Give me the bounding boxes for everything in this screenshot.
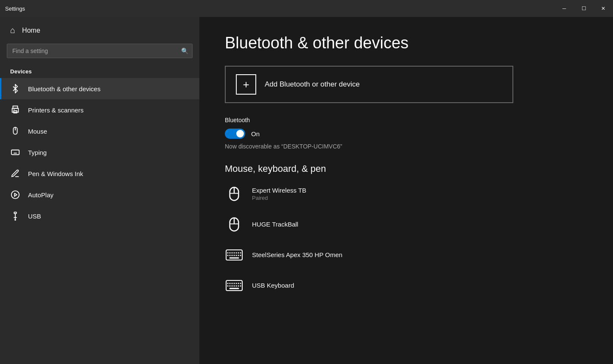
svg-point-16 xyxy=(15,219,16,220)
autoplay-icon xyxy=(10,190,20,199)
device-item-1[interactable]: HUGE TrackBall xyxy=(225,215,588,234)
bluetooth-toggle-row: On xyxy=(225,129,588,139)
sidebar-item-printers[interactable]: Printers & scanners xyxy=(0,99,199,120)
keyboard-icon xyxy=(10,148,20,157)
discoverable-text: Now discoverable as “DESKTOP-UCIMVC6” xyxy=(225,143,588,150)
search-box: 🔍 xyxy=(7,44,193,58)
mouse-device-icon-1 xyxy=(225,215,244,234)
bluetooth-icon xyxy=(10,84,20,93)
usb-icon xyxy=(10,211,20,221)
toggle-knob xyxy=(236,130,244,137)
sidebar-item-label-usb: USB xyxy=(28,213,41,220)
sidebar: ⌂ Home 🔍 Devices Bluetooth & other devic… xyxy=(0,17,199,364)
sidebar-item-autoplay[interactable]: AutoPlay xyxy=(0,184,199,205)
sidebar-item-label-pen: Pen & Windows Ink xyxy=(28,170,83,177)
titlebar: Settings ─ ☐ ✕ xyxy=(0,0,613,17)
window-title: Settings xyxy=(5,6,25,12)
home-icon: ⌂ xyxy=(10,25,15,35)
bluetooth-section-label: Bluetooth xyxy=(225,117,588,123)
device-info-0: Expert Wireless TB Paired xyxy=(252,187,306,201)
sidebar-item-pen[interactable]: Pen & Windows Ink xyxy=(0,163,199,184)
sidebar-item-typing[interactable]: Typing xyxy=(0,142,199,163)
sidebar-item-usb[interactable]: USB xyxy=(0,205,199,227)
device-item-3[interactable]: USB Keyboard xyxy=(225,276,588,295)
main-content: Bluetooth & other devices + Add Bluetoot… xyxy=(199,17,613,364)
device-item-2[interactable]: SteelSeries Apex 350 HP Omen xyxy=(225,246,588,264)
printer-icon xyxy=(10,105,20,115)
svg-point-11 xyxy=(11,191,19,199)
device-status-0: Paired xyxy=(252,195,306,201)
device-info-2: SteelSeries Apex 350 HP Omen xyxy=(252,251,342,259)
keyboard-device-icon-2 xyxy=(225,246,244,264)
mouse-device-icon-0 xyxy=(225,185,244,203)
device-name-0: Expert Wireless TB xyxy=(252,187,306,194)
svg-rect-12 xyxy=(14,212,17,214)
add-device-plus-icon: + xyxy=(236,74,256,95)
bluetooth-state-label: On xyxy=(251,130,260,137)
search-icon: 🔍 xyxy=(181,48,188,54)
sidebar-item-home[interactable]: ⌂ Home xyxy=(0,17,199,44)
window-controls: ─ ☐ ✕ xyxy=(554,0,613,17)
sidebar-item-label-printers: Printers & scanners xyxy=(28,106,84,114)
close-button[interactable]: ✕ xyxy=(593,0,613,17)
device-info-1: HUGE TrackBall xyxy=(252,221,298,229)
pen-icon xyxy=(10,169,20,178)
add-device-label: Add Bluetooth or other device xyxy=(265,80,360,89)
home-label: Home xyxy=(22,27,40,34)
svg-rect-5 xyxy=(11,150,19,155)
sidebar-item-mouse[interactable]: Mouse xyxy=(0,120,199,142)
sidebar-item-label-bluetooth: Bluetooth & other devices xyxy=(28,85,101,92)
device-name-1: HUGE TrackBall xyxy=(252,221,298,228)
device-name-2: SteelSeries Apex 350 HP Omen xyxy=(252,251,342,258)
subsection-title: Mouse, keyboard, & pen xyxy=(225,163,588,174)
page-title: Bluetooth & other devices xyxy=(225,34,588,52)
keyboard-device-icon-3 xyxy=(225,276,244,295)
sidebar-item-label-mouse: Mouse xyxy=(28,128,47,135)
device-name-3: USB Keyboard xyxy=(252,282,294,289)
device-item-0[interactable]: Expert Wireless TB Paired xyxy=(225,185,588,203)
sidebar-item-label-typing: Typing xyxy=(28,149,47,156)
add-device-button[interactable]: + Add Bluetooth or other device xyxy=(225,66,513,103)
bluetooth-toggle[interactable] xyxy=(225,129,245,139)
sidebar-section-label: Devices xyxy=(0,65,199,78)
search-input[interactable] xyxy=(7,44,193,58)
minimize-button[interactable]: ─ xyxy=(554,0,574,17)
sidebar-item-label-autoplay: AutoPlay xyxy=(28,191,53,199)
maximize-button[interactable]: ☐ xyxy=(574,0,593,17)
device-info-3: USB Keyboard xyxy=(252,282,294,290)
sidebar-item-bluetooth[interactable]: Bluetooth & other devices xyxy=(0,78,199,99)
mouse-icon xyxy=(10,126,20,136)
